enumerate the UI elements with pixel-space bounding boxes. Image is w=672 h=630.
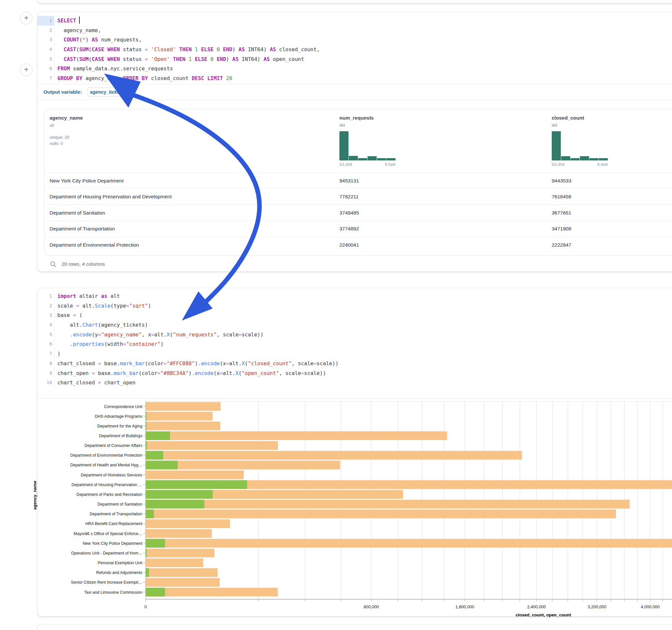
- next-cell-stub: [37, 624, 672, 630]
- collapse-chevron-icon[interactable]: ⌄: [55, 16, 57, 26]
- code-line: 4 CAST(SUM(CASE WHEN status = 'Closed' T…: [38, 45, 672, 54]
- bar-closed-count: [146, 549, 215, 557]
- python-cell-card: 1import altair as alt2scale = alt.Scale(…: [37, 288, 672, 616]
- code-line: 7GROUP BY agency_name ORDER BY closed_co…: [38, 74, 672, 83]
- cell-divider: [38, 99, 672, 100]
- y-axis-label: Correspondence Unit: [104, 405, 143, 409]
- y-axis-label: Department of Parks and Recreation: [76, 492, 142, 497]
- cell-value: 9453131: [339, 173, 359, 189]
- cell-agency-name: Department of Transportation: [50, 221, 115, 237]
- bar-closed-count: [146, 558, 203, 567]
- y-axis-label: Taxi and Limousine Commission: [84, 590, 142, 595]
- y-axis-label: Department of Transportation: [90, 512, 142, 516]
- bar-open-count: [146, 588, 165, 597]
- cell-value: 3774892: [339, 221, 359, 237]
- bar-closed-count: [146, 441, 278, 450]
- y-axis-label: Department of Buildings: [99, 434, 142, 438]
- cell-value: 3749485: [339, 205, 359, 221]
- y-axis-label: Personal Exemption Unit: [98, 561, 142, 565]
- previous-cell-stub: [37, 0, 672, 3]
- column-histogram: [339, 131, 395, 161]
- result-table: agency_namestrunique: 20nulls: 0num_requ…: [44, 109, 672, 256]
- x-tick-label: 2,400,000: [527, 604, 546, 609]
- bar-open-count: [146, 500, 205, 508]
- column-header-num_requests[interactable]: num_requestsi64: [339, 115, 374, 128]
- table-row: Department of Housing Preservation and D…: [44, 188, 672, 204]
- y-axis-label: New York City Police Department: [83, 541, 143, 546]
- bar-open-count: [146, 441, 147, 450]
- code-line: 3 COUNT(*) AS num_requests,: [38, 35, 672, 45]
- altair-bar-chart: Correspondence UnitDHS Advantage Program…: [38, 288, 672, 617]
- bar-open-count: [146, 421, 146, 430]
- y-axis-label: Department of Health and Mental Hyg…: [70, 463, 142, 467]
- y-axis-label: Mayorâ€ s Office of Special Enforce…: [74, 532, 142, 536]
- bar-closed-count: [146, 519, 230, 528]
- output-variable-row: Output variable: agency_tickets: [38, 84, 672, 100]
- bar-open-count: [146, 549, 147, 557]
- cell-value: 7782211: [339, 189, 359, 204]
- cell-agency-name: New York City Police Department: [50, 173, 123, 189]
- x-tick-label: 3,200,000: [588, 604, 606, 609]
- code-line: 6FROM sample_data.nyc.service_requests: [38, 64, 672, 74]
- bar-open-count: [146, 431, 170, 440]
- y-axis-label: Department of Sanitation: [98, 502, 142, 507]
- table-row: New York City Police Department945313194…: [44, 172, 672, 188]
- table-header: agency_namestrunique: 20nulls: 0num_requ…: [44, 109, 672, 172]
- x-axis-title: closed_count, open_count: [515, 612, 571, 617]
- text-cursor: [79, 17, 80, 24]
- x-tick-label: 800,000: [364, 604, 379, 609]
- y-axis-label: Department for the Aging: [97, 424, 142, 429]
- bar-closed-count: [146, 412, 213, 421]
- table-row: Department of Transportation377489234719…: [44, 220, 672, 236]
- y-axis-label: Department of Housing Preservation …: [72, 483, 142, 487]
- bar-open-count: [146, 568, 149, 577]
- x-tick-label: 0: [144, 604, 146, 609]
- sql-code-editor[interactable]: 1⌄SELECT 2 agency_name,3 COUNT(*) AS num…: [38, 12, 672, 83]
- y-axis-label: Department of Environmental Protection: [70, 453, 142, 458]
- x-tick-label: 1,600,000: [455, 604, 474, 609]
- y-axis-label: Operations Unit - Department of Hom…: [71, 551, 142, 555]
- bar-closed-count: [146, 421, 220, 430]
- bar-open-count: [146, 451, 163, 460]
- cell-value: 2240041: [339, 237, 359, 253]
- bar-open-count: [146, 539, 165, 548]
- bar-open-count: [146, 412, 146, 421]
- output-variable-pill[interactable]: agency_tickets: [87, 87, 126, 97]
- table-row: Department of Environmental Protection22…: [44, 237, 672, 252]
- cell-value: 3677651: [552, 205, 571, 221]
- table-footer: 20 rows, 4 columns: [50, 261, 105, 267]
- y-axis-label: HRA Benefit Card Replacement: [85, 522, 142, 526]
- code-line: 1⌄SELECT: [38, 16, 672, 26]
- output-variable-label: Output variable:: [44, 89, 82, 95]
- y-axis-label: Department of Homeless Services: [81, 473, 142, 477]
- table-row-count: 20 rows, 4 columns: [62, 261, 105, 267]
- code-line: 5 CAST(SUM(CASE WHEN status = 'Open' THE…: [38, 54, 672, 64]
- collapse-chevron-icon[interactable]: ⌄: [55, 311, 57, 320]
- bar-open-count: [146, 461, 178, 469]
- histogram-range-labels: 53,3049.4e6: [552, 162, 617, 167]
- histogram-range-labels: 53,3049.5e6: [339, 162, 404, 167]
- y-axis-label: Senior Citizen Rent Increase Exempti…: [71, 580, 142, 585]
- y-axis-label: Refunds and Adjustments: [96, 571, 142, 575]
- bar-closed-count: [146, 529, 212, 538]
- bar-closed-count: [146, 402, 221, 411]
- y-axis-label: Department of Consumer Affairs: [85, 443, 142, 448]
- cell-value: 7618456: [552, 189, 571, 204]
- x-tick-label: 4,000,000: [641, 604, 660, 609]
- bar-closed-count: [146, 588, 278, 597]
- bar-closed-count: [146, 568, 218, 577]
- column-header-closed_count[interactable]: closed_counti64: [552, 115, 584, 128]
- add-cell-button-top[interactable]: +: [20, 12, 32, 24]
- bar-closed-count: [146, 431, 447, 440]
- bar-open-count: [146, 480, 247, 489]
- bar-open-count: [146, 490, 213, 499]
- bar-closed-count: [146, 500, 630, 508]
- add-cell-button-output[interactable]: +: [20, 64, 32, 76]
- cell-value: 3471908: [552, 221, 571, 237]
- bar-open-count: [146, 509, 154, 518]
- bar-closed-count: [146, 470, 244, 479]
- search-icon[interactable]: [50, 261, 56, 267]
- column-header-agency_name[interactable]: agency_namestrunique: 20nulls: 0: [50, 115, 83, 146]
- bar-closed-count: [146, 539, 672, 548]
- cell-value: 2222847: [552, 237, 571, 253]
